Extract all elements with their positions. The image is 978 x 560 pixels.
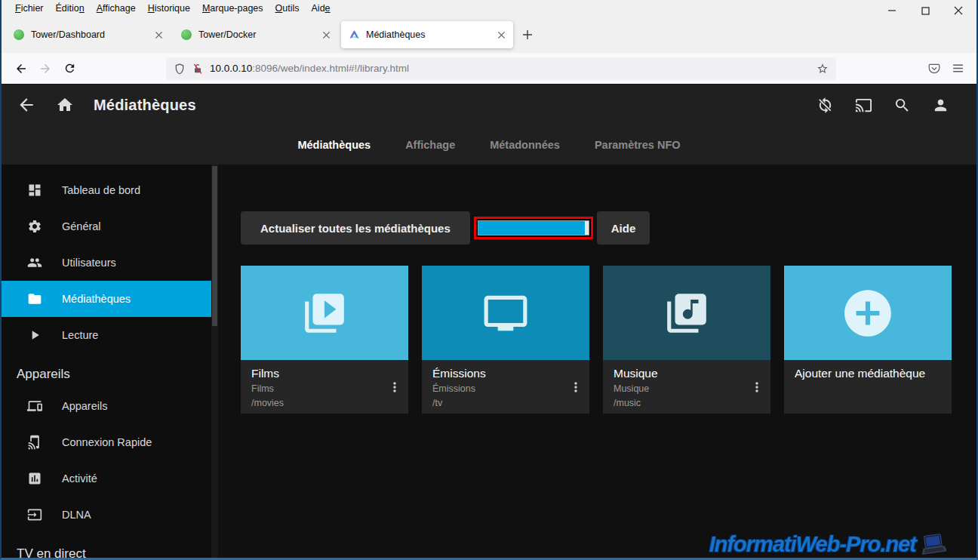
actions-row: Actualiser toutes les médiathèques Aide: [241, 211, 976, 245]
section-tabs: Médiathèques Affichage Métadonnées Param…: [2, 125, 976, 165]
close-window-button[interactable]: [942, 0, 975, 21]
back-button[interactable]: [9, 57, 33, 80]
user-menu-button[interactable]: [932, 97, 949, 114]
bookmark-star-icon[interactable]: [817, 63, 829, 75]
new-tab-button[interactable]: [516, 23, 539, 46]
plus-icon: [522, 29, 533, 40]
scrollbar-thumb[interactable]: [212, 166, 217, 326]
sidebar-item-general[interactable]: Général: [2, 208, 211, 245]
close-icon: [322, 31, 331, 39]
activity-chart-icon: [27, 471, 44, 486]
sidebar-item-activite[interactable]: Activité: [2, 460, 211, 497]
devices-icon: [27, 398, 44, 414]
library-card-emissions[interactable]: Émissions Émissions /tv: [422, 266, 589, 414]
home-button[interactable]: [56, 96, 74, 114]
sync-disabled-icon: [817, 97, 834, 114]
help-button[interactable]: Aide: [597, 211, 650, 245]
menu-aide[interactable]: Aide: [306, 2, 337, 15]
url-bar[interactable]: 10.0.0.10:8096/web/index.html#!/library.…: [166, 57, 836, 80]
card-image[interactable]: [603, 266, 770, 360]
tab-mediatheques-section[interactable]: Médiathèques: [297, 139, 371, 151]
card-menu-button[interactable]: [568, 380, 583, 395]
watermark: InformatiWeb-Pro.net: [709, 532, 946, 557]
tab-tower-dashboard[interactable]: Tower/Dashboard: [6, 21, 171, 48]
maximize-icon: [921, 7, 930, 15]
sidebar-section-appareils: Appareils: [2, 353, 218, 388]
scan-progress-bar: [478, 220, 589, 235]
url-host: 10.0.0.10: [210, 63, 252, 74]
content: Tableau de bord Général Utilisateurs Méd…: [2, 165, 976, 558]
reload-button[interactable]: [57, 57, 82, 80]
back-icon: [14, 62, 28, 75]
menu-edition[interactable]: Édition: [50, 2, 91, 15]
app-back-button[interactable]: [17, 95, 36, 115]
appbar-actions: [817, 97, 961, 114]
folder-icon: [27, 291, 44, 306]
sidebar-scrollbar[interactable]: [211, 165, 218, 558]
tab-title: Tower/Docker: [198, 29, 318, 40]
tab-close-button[interactable]: [322, 31, 331, 39]
minimize-button[interactable]: [875, 0, 909, 21]
sidebar-item-utilisateurs[interactable]: Utilisateurs: [2, 245, 211, 281]
watermark-text: InformatiWeb-Pro.net: [709, 532, 916, 557]
jellyfin-favicon: [349, 29, 359, 40]
menu-outils[interactable]: Outils: [269, 2, 306, 15]
tab-title: Médiathèques: [366, 29, 493, 40]
green-dot-favicon: [14, 29, 24, 40]
card-menu-button[interactable]: [749, 380, 764, 395]
sidebar-item-connexion-rapide[interactable]: Connexion Rapide: [2, 424, 211, 460]
tab-close-button[interactable]: [497, 31, 506, 39]
browser-tabbar: Tower/Dashboard Tower/Docker Médiathèque…: [2, 17, 976, 53]
progress-fill: [478, 221, 586, 235]
person-icon: [932, 97, 949, 114]
card-image[interactable]: [784, 266, 952, 360]
browser-window: Fichier Édition Affichage Historique Mar…: [0, 0, 978, 560]
pocket-icon[interactable]: [927, 62, 941, 75]
menu-affichage[interactable]: Affichage: [91, 2, 142, 15]
card-path: /tv: [432, 396, 579, 411]
maximize-button[interactable]: [909, 0, 942, 21]
insecure-lock-icon[interactable]: [192, 63, 204, 75]
tab-parametres-nfo[interactable]: Paramètres NFO: [595, 139, 681, 151]
cast-button[interactable]: [855, 97, 872, 114]
tab-metadonnees[interactable]: Métadonnées: [490, 139, 560, 151]
syncplay-button[interactable]: [817, 97, 834, 114]
card-title: Musique: [614, 367, 760, 380]
dashboard-icon: [27, 183, 44, 198]
more-vert-icon: [568, 380, 583, 395]
tab-affichage[interactable]: Affichage: [405, 139, 455, 151]
card-image[interactable]: [241, 266, 408, 360]
sidebar-item-dlna[interactable]: DLNA: [2, 497, 211, 533]
tab-close-button[interactable]: [155, 31, 163, 39]
tab-tower-docker[interactable]: Tower/Docker: [174, 21, 338, 48]
card-footer: Musique Musique /music: [603, 360, 770, 414]
add-circle-icon: [840, 285, 896, 341]
hamburger-menu-icon[interactable]: [952, 62, 964, 75]
sidebar-item-lecture[interactable]: Lecture: [2, 317, 211, 353]
card-title: Ajouter une médiathèque: [795, 367, 941, 380]
card-image[interactable]: [422, 266, 589, 360]
shield-icon[interactable]: [174, 63, 186, 75]
sidebar-item-mediatheques[interactable]: Médiathèques: [2, 281, 211, 317]
users-icon: [27, 255, 44, 270]
sidebar-item-appareils[interactable]: Appareils: [2, 388, 211, 424]
browser-navbar: 10.0.0.10:8096/web/index.html#!/library.…: [2, 53, 976, 85]
sidebar-item-tableau-de-bord[interactable]: Tableau de bord: [2, 172, 211, 208]
reload-icon: [63, 62, 76, 75]
search-button[interactable]: [893, 97, 911, 114]
app-header: Médiathèques: [2, 85, 976, 125]
menu-marque-pages[interactable]: Marque-pages: [196, 2, 269, 15]
tab-mediatheques[interactable]: Médiathèques: [341, 21, 513, 48]
close-icon: [155, 31, 163, 39]
annotation-highlight-box: [474, 217, 593, 239]
gear-icon: [27, 219, 44, 234]
sidebar-item-label: Utilisateurs: [62, 257, 116, 269]
card-menu-button[interactable]: [387, 380, 402, 395]
menu-fichier[interactable]: Fichier: [9, 2, 50, 15]
refresh-all-libraries-button[interactable]: Actualiser toutes les médiathèques: [241, 211, 470, 245]
menu-historique[interactable]: Historique: [142, 2, 196, 15]
library-card-musique[interactable]: Musique Musique /music: [603, 266, 770, 414]
library-card-films[interactable]: Films Films /movies: [241, 266, 408, 414]
laptop-icon: [919, 534, 946, 556]
add-library-card[interactable]: Ajouter une médiathèque: [784, 266, 952, 414]
